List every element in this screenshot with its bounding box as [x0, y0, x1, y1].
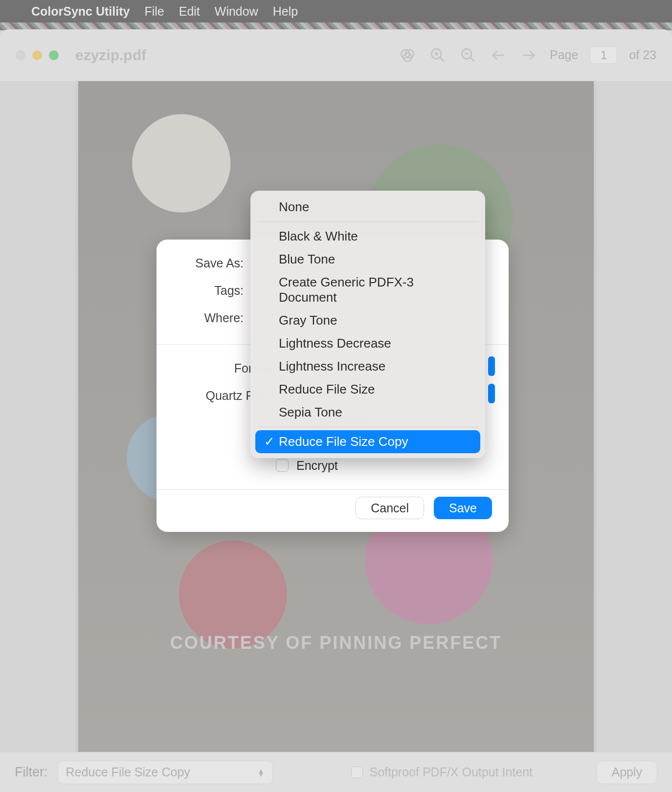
dropdown-item-label: Create Generic PDFX-3 Document — [279, 275, 471, 305]
color-profile-icon[interactable] — [398, 46, 417, 65]
softproof-checkbox[interactable] — [351, 767, 363, 778]
nav-back-icon[interactable] — [489, 46, 508, 65]
dropdown-item[interactable]: ✓Gray Tone — [250, 309, 485, 332]
dropdown-item[interactable]: ✓Reduce File Size — [250, 378, 485, 401]
dropdown-item-label: Gray Tone — [279, 313, 337, 328]
dropdown-item[interactable]: ✓Lightness Increase — [250, 355, 485, 378]
tags-label: Tags: — [175, 284, 244, 298]
dropdown-item-label: Reduce File Size — [279, 382, 375, 397]
dropdown-item-label: Lightness Decrease — [279, 336, 391, 351]
menu-help[interactable]: Help — [273, 4, 298, 19]
dropdown-item[interactable]: ✓Black & White — [250, 225, 485, 248]
format-select[interactable] — [488, 356, 495, 376]
window-zoom-button[interactable] — [49, 50, 59, 60]
softproof-label: Softproof PDF/X Output Intent — [370, 765, 533, 779]
dropdown-item-label: None — [279, 199, 309, 215]
mac-menubar: ColorSync Utility File Edit Window Help — [0, 0, 672, 22]
dropdown-item-label: Blue Tone — [279, 252, 335, 267]
dropdown-item[interactable]: ✓Lightness Decrease — [250, 332, 485, 355]
filter-label: Filter: — [15, 765, 48, 780]
encrypt-label: Encrypt — [296, 459, 338, 473]
save-as-label: Save As: — [175, 256, 244, 270]
filter-select[interactable]: Reduce File Size Copy ▲▼ — [58, 761, 273, 784]
filter-select-value: Reduce File Size Copy — [66, 765, 190, 779]
svg-line-8 — [470, 57, 474, 62]
page-number-field[interactable]: 1 — [590, 46, 617, 64]
menu-window[interactable]: Window — [215, 4, 258, 19]
window-close-button[interactable] — [16, 50, 25, 60]
window-toolbar: ezyzip.pdf Page 1 of 23 — [0, 29, 672, 81]
updown-chevron-icon: ▲▼ — [258, 769, 265, 776]
check-icon: ✓ — [264, 434, 274, 449]
dropdown-item-selected[interactable]: ✓ Reduce File Size Copy — [255, 430, 480, 453]
menu-edit[interactable]: Edit — [179, 4, 200, 19]
quartz-filter-select[interactable] — [488, 384, 495, 403]
softproof-option[interactable]: Softproof PDF/X Output Intent — [351, 765, 533, 779]
zoom-out-icon[interactable] — [459, 46, 477, 65]
dropdown-separator — [257, 427, 478, 427]
dropdown-item-label: Sepia Tone — [279, 405, 342, 420]
nav-forward-icon[interactable] — [519, 46, 538, 65]
svg-line-4 — [440, 57, 444, 62]
dropdown-item-label: Black & White — [279, 229, 358, 244]
apply-button[interactable]: Apply — [596, 761, 657, 784]
quartz-filter-dropdown: ✓ None ✓Black & White ✓Blue Tone ✓Create… — [250, 191, 485, 458]
cancel-button[interactable]: Cancel — [356, 497, 424, 519]
window-traffic-lights — [16, 50, 59, 60]
document-caption: COURTESY OF PINNING PERFECT — [78, 633, 594, 653]
page-label: Page — [550, 48, 578, 62]
window-title: ezyzip.pdf — [75, 47, 146, 64]
dropdown-separator — [257, 221, 478, 222]
dropdown-item-label: Lightness Increase — [279, 359, 385, 374]
dropdown-item[interactable]: ✓Blue Tone — [250, 248, 485, 271]
dropdown-item-label: Reduce File Size Copy — [279, 434, 408, 449]
save-button[interactable]: Save — [434, 497, 492, 519]
page-total-label: of 23 — [629, 48, 656, 62]
window-minimize-button[interactable] — [32, 50, 42, 60]
bottom-filter-bar: Filter: Reduce File Size Copy ▲▼ Softpro… — [0, 752, 672, 792]
app-name[interactable]: ColorSync Utility — [31, 4, 130, 19]
dropdown-item[interactable]: ✓Create Generic PDFX-3 Document — [250, 271, 485, 309]
zoom-in-icon[interactable] — [428, 46, 447, 65]
dropdown-item-none[interactable]: ✓ None — [250, 196, 485, 219]
encrypt-checkbox[interactable] — [276, 459, 289, 472]
where-label: Where: — [175, 311, 244, 325]
dropdown-item[interactable]: ✓Sepia Tone — [250, 401, 485, 424]
menu-file[interactable]: File — [144, 4, 164, 19]
